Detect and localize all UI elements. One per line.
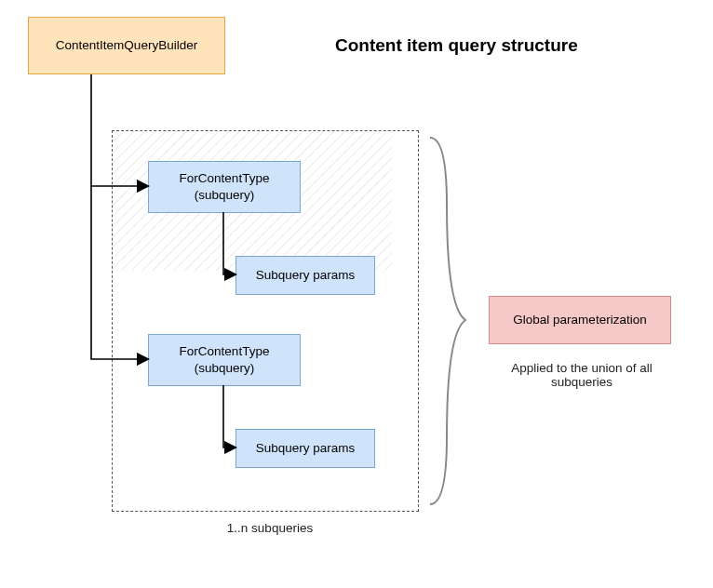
- global-parameterization-box: Global parameterization: [489, 296, 671, 344]
- diagram-title: Content item query structure: [335, 35, 578, 56]
- subquery-params-box-2: Subquery params: [235, 429, 375, 468]
- global-label: Global parameterization: [513, 312, 646, 328]
- builder-box: ContentItemQueryBuilder: [28, 17, 225, 74]
- diagram-root: Content item query structure ContentItem…: [0, 0, 713, 588]
- subquery-params-box-1: Subquery params: [235, 256, 375, 295]
- container-caption: 1..n subqueries: [186, 521, 354, 535]
- subqueries-container: ForContentType (subquery) Subquery param…: [112, 130, 419, 512]
- global-caption: Applied to the union of all subqueries: [484, 361, 679, 389]
- subquery-1-label: ForContentType (subquery): [180, 170, 270, 204]
- subquery-2-label: ForContentType (subquery): [180, 343, 270, 377]
- subquery-box-1: ForContentType (subquery): [148, 161, 301, 213]
- subquery-1-params-label: Subquery params: [256, 267, 356, 284]
- builder-label: ContentItemQueryBuilder: [56, 37, 197, 54]
- subquery-box-2: ForContentType (subquery): [148, 334, 301, 386]
- subquery-2-params-label: Subquery params: [256, 440, 356, 457]
